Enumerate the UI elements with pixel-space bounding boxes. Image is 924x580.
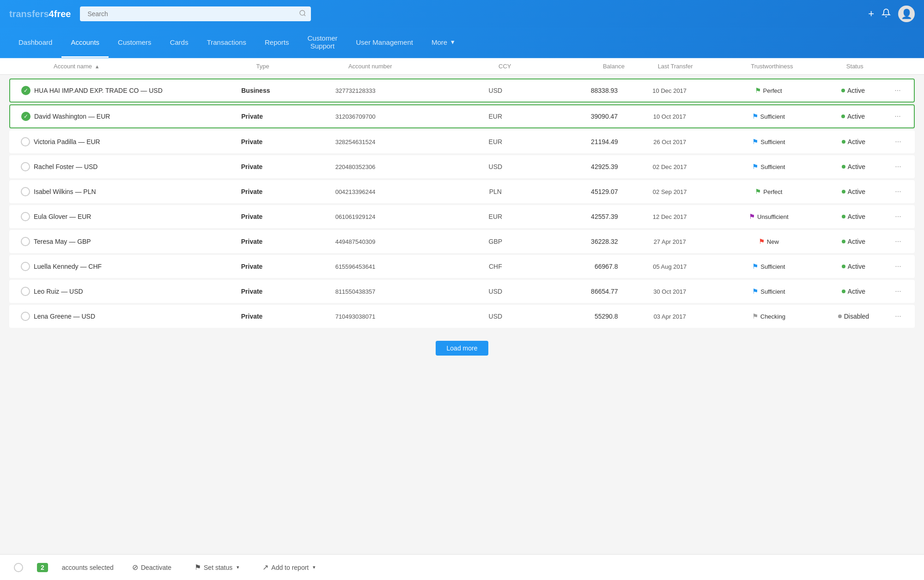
nav-item-user-management[interactable]: User Management bbox=[347, 28, 422, 58]
row-checkbox[interactable] bbox=[17, 287, 34, 296]
trust-flag-icon: ⚑ bbox=[752, 138, 758, 146]
svg-line-1 bbox=[304, 15, 306, 16]
row-actions-button[interactable]: ··· bbox=[891, 212, 905, 221]
search-input[interactable] bbox=[80, 6, 311, 21]
table-header: Account name ▲ Type Account number CCY B… bbox=[0, 58, 924, 75]
row-data: Victoria Padilla — EUR Private 328254631… bbox=[34, 138, 905, 146]
account-number: 811550438357 bbox=[335, 288, 468, 295]
checkbox-circle[interactable] bbox=[21, 312, 30, 321]
account-status: Active bbox=[816, 263, 891, 270]
trust-flag-icon: ⚑ bbox=[752, 262, 758, 271]
table-row[interactable]: Lena Greene — USD Private 710493038071 U… bbox=[9, 305, 915, 328]
navigation: Dashboard Accounts Customers Cards Trans… bbox=[0, 28, 924, 58]
add-button[interactable]: + bbox=[868, 9, 874, 19]
row-actions-button[interactable]: ··· bbox=[891, 287, 905, 296]
row-checkbox[interactable] bbox=[17, 237, 34, 246]
checkbox-circle[interactable] bbox=[21, 212, 30, 221]
row-checkbox[interactable] bbox=[17, 137, 34, 146]
account-number: 061061929124 bbox=[335, 213, 468, 220]
status-dot bbox=[842, 265, 845, 268]
checkbox-circle[interactable] bbox=[21, 262, 30, 271]
row-checkbox[interactable]: ✓ bbox=[18, 86, 34, 95]
account-ccy: EUR bbox=[467, 213, 523, 220]
account-trustworthiness: ⚑ Sufficient bbox=[721, 112, 815, 121]
trust-flag-icon: ⚑ bbox=[759, 237, 765, 246]
account-status: Disabled bbox=[816, 313, 891, 320]
row-actions-button[interactable]: ··· bbox=[891, 112, 905, 121]
row-actions-button[interactable]: ··· bbox=[891, 237, 905, 246]
checkbox-circle[interactable]: ✓ bbox=[21, 112, 30, 121]
account-status: Active bbox=[816, 163, 891, 170]
chevron-down-icon: ▾ bbox=[451, 38, 455, 46]
nav-item-reports[interactable]: Reports bbox=[255, 28, 298, 58]
row-data: Eula Glover — EUR Private 061061929124 E… bbox=[34, 212, 905, 221]
nav-item-cards[interactable]: Cards bbox=[161, 28, 198, 58]
nav-item-transactions[interactable]: Transactions bbox=[198, 28, 255, 58]
account-trustworthiness: ⚑ Sufficient bbox=[722, 138, 816, 146]
account-last-transfer: 26 Oct 2017 bbox=[618, 139, 722, 145]
table-row[interactable]: Isabel Wilkins — PLN Private 00421339624… bbox=[9, 180, 915, 203]
table-row[interactable]: Teresa May — GBP Private 449487540309 GB… bbox=[9, 230, 915, 253]
table-row[interactable]: Victoria Padilla — EUR Private 328254631… bbox=[9, 130, 915, 153]
checkbox-circle[interactable] bbox=[21, 162, 30, 171]
row-checkbox[interactable]: ✓ bbox=[18, 112, 34, 121]
row-checkbox[interactable] bbox=[17, 212, 34, 221]
account-type: Private bbox=[241, 238, 335, 245]
nav-item-dashboard[interactable]: Dashboard bbox=[9, 28, 61, 58]
status-label: Active bbox=[848, 188, 865, 195]
table-row[interactable]: Eula Glover — EUR Private 061061929124 E… bbox=[9, 205, 915, 228]
table-row[interactable]: Rachel Foster — USD Private 220480352306… bbox=[9, 155, 915, 178]
pagination: Load more bbox=[0, 333, 924, 393]
account-name: Eula Glover — EUR bbox=[34, 213, 241, 220]
row-checkbox[interactable] bbox=[17, 162, 34, 171]
account-type: Private bbox=[241, 163, 335, 170]
status-label: Active bbox=[848, 163, 865, 170]
nav-item-customers[interactable]: Customers bbox=[109, 28, 161, 58]
checkbox-circle[interactable] bbox=[21, 287, 30, 296]
account-balance: 88338.93 bbox=[523, 87, 618, 94]
account-name: David Washington — EUR bbox=[34, 113, 241, 120]
checkbox-circle[interactable]: ✓ bbox=[21, 86, 30, 95]
table-row[interactable]: Leo Ruiz — USD Private 811550438357 USD … bbox=[9, 280, 915, 303]
account-number: 312036709700 bbox=[335, 113, 467, 120]
col-header-trustworthiness: Trustworthiness bbox=[726, 63, 818, 70]
account-ccy: CHF bbox=[467, 263, 523, 270]
row-actions-button[interactable]: ··· bbox=[891, 138, 905, 146]
trust-label: Unsufficient bbox=[757, 213, 789, 220]
table-row[interactable]: ✓ David Washington — EUR Private 3120367… bbox=[9, 104, 915, 128]
account-type: Private bbox=[241, 288, 335, 295]
table-body: ✓ HUA HAI IMP.AND EXP. TRADE CO — USD Bu… bbox=[0, 75, 924, 333]
account-type: Business bbox=[241, 87, 335, 94]
checkbox-circle[interactable] bbox=[21, 237, 30, 246]
checkbox-circle[interactable] bbox=[21, 187, 30, 196]
status-dot bbox=[841, 89, 845, 92]
row-actions-button[interactable]: ··· bbox=[891, 163, 905, 171]
status-label: Active bbox=[848, 288, 865, 295]
row-actions-button[interactable]: ··· bbox=[891, 262, 905, 271]
row-actions-button[interactable]: ··· bbox=[891, 312, 905, 320]
row-data: David Washington — EUR Private 312036709… bbox=[34, 112, 905, 121]
row-actions-button[interactable]: ··· bbox=[891, 187, 905, 196]
row-checkbox[interactable] bbox=[17, 262, 34, 271]
row-checkbox[interactable] bbox=[17, 312, 34, 321]
checkbox-circle[interactable] bbox=[21, 137, 30, 146]
nav-item-accounts[interactable]: Accounts bbox=[61, 28, 109, 58]
account-balance: 39090.47 bbox=[523, 113, 618, 120]
status-dot bbox=[842, 215, 845, 218]
col-header-name[interactable]: Account name ▲ bbox=[54, 63, 256, 70]
table-row[interactable]: Luella Kennedy — CHF Private 61559645364… bbox=[9, 255, 915, 278]
account-ccy: EUR bbox=[467, 138, 523, 145]
row-checkbox[interactable] bbox=[17, 187, 34, 196]
account-trustworthiness: ⚑ Sufficient bbox=[722, 262, 816, 271]
nav-item-customer-support[interactable]: CustomerSupport bbox=[298, 28, 346, 58]
account-ccy: USD bbox=[467, 313, 523, 320]
row-actions-button[interactable]: ··· bbox=[891, 86, 905, 95]
trust-label: Sufficient bbox=[760, 113, 785, 120]
trust-flag-icon: ⚑ bbox=[752, 112, 758, 121]
nav-item-more[interactable]: More ▾ bbox=[422, 28, 464, 58]
table-row[interactable]: ✓ HUA HAI IMP.AND EXP. TRADE CO — USD Bu… bbox=[9, 79, 915, 103]
load-more-button[interactable]: Load more bbox=[436, 341, 489, 356]
logo[interactable]: transfers4free bbox=[9, 9, 71, 19]
notifications-button[interactable] bbox=[881, 8, 891, 20]
avatar[interactable]: 👤 bbox=[898, 6, 915, 22]
